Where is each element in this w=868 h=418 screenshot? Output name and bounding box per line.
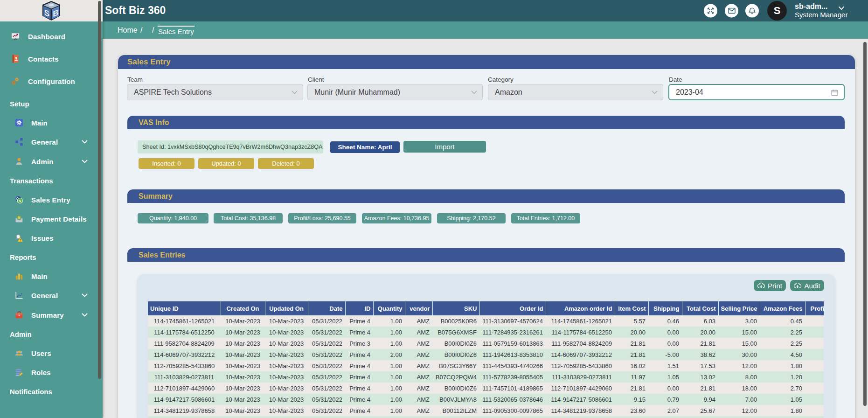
svg-text:$: $ xyxy=(19,199,21,203)
